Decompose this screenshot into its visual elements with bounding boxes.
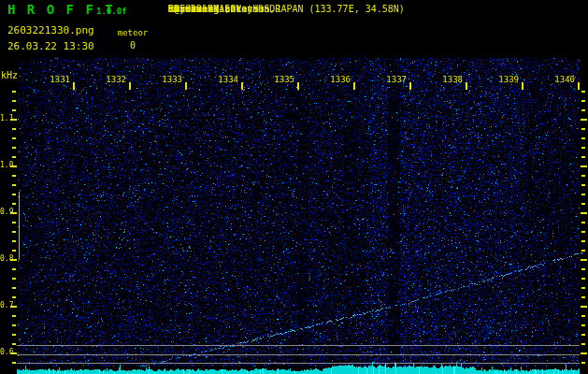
info-value: Radix RY-62V	[174, 3, 241, 15]
spectrogram-canvas	[0, 0, 588, 374]
output-filename: 2603221330.png	[7, 24, 94, 36]
meteor-count-label: meteor	[114, 28, 151, 37]
app-version: 1.0.0f	[96, 7, 127, 16]
meteor-count-value: 0	[114, 40, 151, 50]
hrofft-output-screen: H R O F F T 1.0.0f 2603221330.png 26.03.…	[0, 0, 588, 374]
observation-datetime: 26.03.22 13:30	[7, 40, 94, 52]
